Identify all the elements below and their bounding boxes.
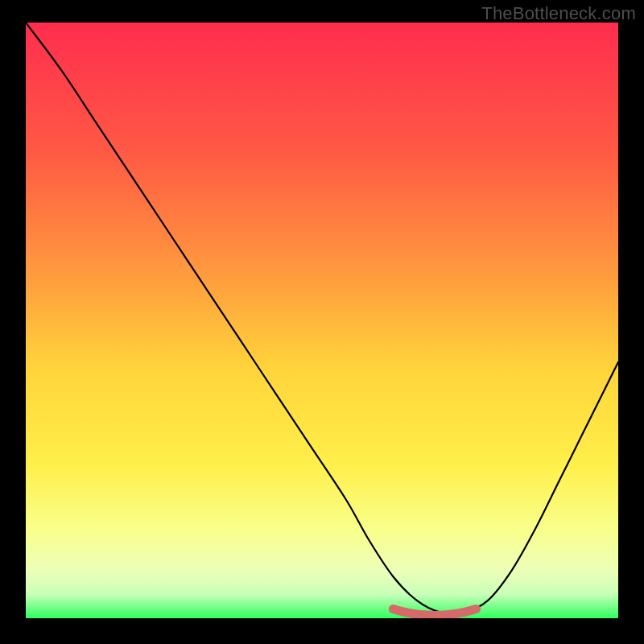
chart-frame: TheBottleneck.com bbox=[0, 0, 644, 644]
watermark-text: TheBottleneck.com bbox=[481, 3, 636, 24]
plot-area bbox=[26, 23, 618, 618]
gradient-background bbox=[26, 23, 618, 618]
chart-svg bbox=[26, 23, 618, 618]
